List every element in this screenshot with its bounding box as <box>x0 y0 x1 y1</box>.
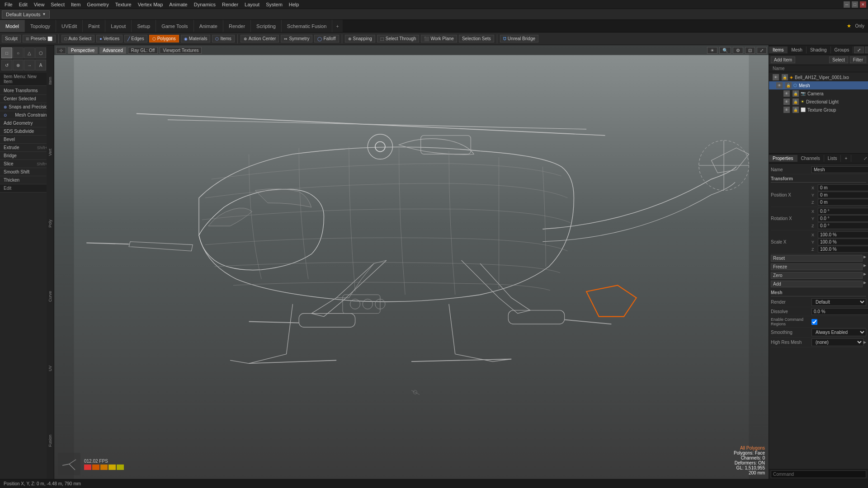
tab-layout[interactable]: Layout <box>105 20 132 32</box>
reset-expand[interactable]: ▶ <box>863 255 866 262</box>
vp-icon1[interactable]: ☀ <box>707 47 717 54</box>
position-x-input[interactable] <box>818 184 868 191</box>
expand-right-button[interactable]: ⤢ <box>854 47 864 53</box>
extrude-item[interactable]: Extrude Shift+X <box>0 144 54 152</box>
command-input[interactable] <box>771 470 866 478</box>
rotation-y-input[interactable] <box>818 215 868 222</box>
falloff-button[interactable]: ◯ Falloff <box>314 35 339 42</box>
tab-schematic-fusion[interactable]: Schematic Fusion <box>282 20 332 32</box>
hex-tool-icon[interactable]: ⬡ <box>35 47 46 58</box>
tree-item-camera[interactable]: 👁 🔒 📷 Camera <box>769 89 868 98</box>
command-regions-checkbox[interactable] <box>811 319 817 325</box>
rotate-tool-icon[interactable]: ↺ <box>1 60 12 70</box>
items-button[interactable]: ⬡ Items <box>212 35 234 42</box>
menu-item-system[interactable]: System <box>263 1 285 8</box>
tree-item-lxo[interactable]: 👁 🔒 ◈ Bell_AH1Z_Viper_0001.lxo <box>769 73 868 81</box>
menu-item-vertexmap[interactable]: Vertex Map <box>135 1 166 8</box>
vp-icon4[interactable]: ⊡ <box>745 47 755 54</box>
rotation-z-input[interactable] <box>818 222 868 229</box>
eye-button-texture[interactable]: 👁 <box>783 107 790 113</box>
zero-button[interactable]: Zero <box>771 272 863 279</box>
add-properties-tab-button[interactable]: + <box>841 155 851 162</box>
menu-item-animate[interactable]: Animate <box>166 1 190 8</box>
triangle-tool-icon[interactable]: △ <box>24 47 35 58</box>
freeze-expand[interactable]: ▶ <box>863 263 866 270</box>
item-menu-section[interactable]: Item Menu: New Item ▼ <box>0 73 54 86</box>
work-plane-button[interactable]: ⬛ Work Plane <box>421 35 457 42</box>
menu-item-edit[interactable]: Edit <box>16 1 30 8</box>
tab-properties[interactable]: Properties <box>769 155 797 162</box>
advanced-button[interactable]: Advanced <box>99 47 126 54</box>
tab-shading[interactable]: Shading <box>807 47 831 53</box>
vp-icon2[interactable]: 🔍 <box>719 47 731 54</box>
tree-item-light[interactable]: 👁 🔒 ☀ Directional Light <box>769 98 868 106</box>
viewport[interactable]: ⊹ Perspective Advanced Ray GL: Off Viewp… <box>54 45 769 479</box>
add-expand[interactable]: ▶ <box>863 281 866 287</box>
viewport-textures-button[interactable]: Viewport Textures <box>160 47 202 54</box>
menu-item-geometry[interactable]: Geometry <box>84 1 111 8</box>
slice-item[interactable]: Slice Shift+C <box>0 160 54 168</box>
snapping-button[interactable]: ⊗ Snapping <box>345 35 375 42</box>
side-label-vert[interactable]: Vert <box>47 147 53 158</box>
tree-item-mesh[interactable]: 👁 🔒 ⬡ Mesh <box>769 81 868 89</box>
vertices-button[interactable]: ● Vertices <box>96 35 123 42</box>
edges-button[interactable]: ╱ Edges <box>124 35 147 42</box>
menu-item-item[interactable]: Item <box>68 1 83 8</box>
presets-button[interactable]: ⊞ Presets ⬜ <box>23 35 56 42</box>
bridge-item[interactable]: Bridge <box>0 152 54 160</box>
circle-tool-icon[interactable]: ○ <box>13 47 24 58</box>
center-selected-item[interactable]: Center Selected <box>0 95 54 103</box>
menu-item-file[interactable]: File <box>2 1 15 8</box>
menu-item-render[interactable]: Render <box>219 1 241 8</box>
vp-icon5[interactable]: ⤢ <box>757 47 767 54</box>
select-through-button[interactable]: ⬚ Select Through <box>377 35 420 42</box>
tab-render[interactable]: Render <box>223 20 251 32</box>
lock-button-light[interactable]: 🔒 <box>793 99 799 105</box>
menu-item-layout[interactable]: Layout <box>242 1 262 8</box>
add-tab-button[interactable]: + <box>332 20 342 32</box>
tab-groups[interactable]: Groups <box>831 47 854 53</box>
eye-button-camera[interactable]: 👁 <box>783 90 790 97</box>
lock-button-camera[interactable]: 🔒 <box>793 90 799 97</box>
side-label-poly[interactable]: Poly <box>47 218 53 230</box>
side-label-fusion[interactable]: Fusion <box>47 433 53 449</box>
position-z-input[interactable] <box>818 199 868 206</box>
mesh-constraints-item[interactable]: ⊙ Mesh Constraints <box>0 111 54 119</box>
center-tool-icon[interactable]: ⊕ <box>13 60 24 70</box>
add-button[interactable]: Add <box>771 281 863 287</box>
symmetry-button[interactable]: ⇔ Symmetry <box>281 35 312 42</box>
snaps-precision-item[interactable]: ⊗ Snaps and Precision <box>0 103 54 111</box>
tab-channels[interactable]: Channels <box>797 155 824 162</box>
maximize-button[interactable]: □ <box>852 1 858 8</box>
vp-icon3[interactable]: ⚙ <box>733 47 743 54</box>
dissolve-input[interactable] <box>811 308 868 315</box>
menu-item-dynamics[interactable]: Dynamics <box>191 1 218 8</box>
freeze-button[interactable]: Freeze <box>771 263 863 270</box>
smoothing-select[interactable]: Always Enabled <box>811 328 866 336</box>
expand-props-button[interactable]: ⤢ <box>863 156 867 161</box>
side-label-uv[interactable]: UV <box>47 364 53 373</box>
arrow-tool-icon[interactable]: → <box>24 60 35 70</box>
tab-model[interactable]: Model <box>0 20 25 32</box>
thicken-item[interactable]: Thicken <box>0 176 54 184</box>
eye-button-mesh[interactable]: 👁 <box>776 82 783 89</box>
scale-y-input[interactable] <box>818 239 868 245</box>
lock-button-texture[interactable]: 🔒 <box>793 107 799 113</box>
action-center-button[interactable]: ⊕ Action Center <box>241 35 279 42</box>
tab-setup[interactable]: Setup <box>132 20 156 32</box>
lock-button-mesh[interactable]: 🔒 <box>785 82 792 89</box>
bevel-item[interactable]: Bevel ▶ <box>0 136 54 144</box>
tab-game-tools[interactable]: Game Tools <box>156 20 194 32</box>
unreal-bridge-button[interactable]: Ʊ Unreal Bridge <box>500 35 538 42</box>
select-button[interactable]: Select <box>829 56 848 63</box>
perspective-button[interactable]: Perspective <box>68 47 98 54</box>
scale-x-input[interactable] <box>818 231 868 238</box>
eye-button-light[interactable]: 👁 <box>783 99 790 105</box>
close-button[interactable]: ✕ <box>860 1 866 8</box>
position-y-input[interactable] <box>818 192 868 198</box>
more-transforms-item[interactable]: More Transforms ▶ <box>0 87 54 95</box>
high-res-select[interactable]: (none) <box>811 338 863 346</box>
lock-button-lxo[interactable]: 🔒 <box>782 74 788 80</box>
rotation-x-input[interactable] <box>818 208 868 215</box>
collapse-right-button[interactable]: ⤡ <box>865 47 868 53</box>
